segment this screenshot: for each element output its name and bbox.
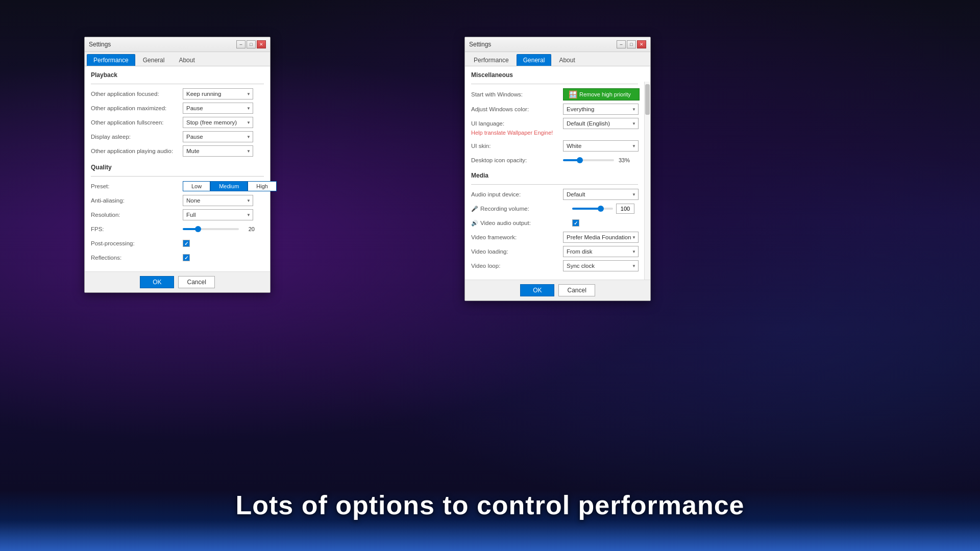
- label-resolution: Resolution:: [91, 212, 183, 218]
- dialog2-footer: OK Cancel: [465, 280, 650, 300]
- tab-about-1[interactable]: About: [172, 54, 201, 66]
- dropdown-app-audio-value: Mute: [186, 148, 250, 154]
- dropdown-ui-language-value: Default (English): [567, 120, 635, 127]
- label-ui-language: UI language:: [471, 120, 563, 127]
- opacity-slider-track[interactable]: [563, 159, 614, 161]
- dropdown-antialiasing-value: None: [186, 197, 250, 204]
- recording-slider-container: [572, 204, 638, 214]
- dialog2-inner: Miscellaneous Start with Windows: 🪟 Remo…: [465, 66, 650, 280]
- preset-low[interactable]: Low: [183, 181, 210, 191]
- tab-about-2[interactable]: About: [552, 54, 581, 66]
- label-video-audio-output: Video audio output:: [480, 220, 572, 226]
- remove-high-priority-label: Remove high priority: [579, 91, 631, 97]
- dropdown-app-fullscreen[interactable]: Stop (free memory) ▼: [183, 117, 253, 128]
- minimize-button-1[interactable]: –: [236, 40, 246, 48]
- dialog2-title: Settings: [469, 41, 491, 48]
- dialog2-cancel-button[interactable]: Cancel: [558, 284, 595, 296]
- row-ui-language: UI language: Default (English) ▼ Help tr…: [471, 118, 638, 136]
- label-app-fullscreen: Other application fullscreen:: [91, 119, 183, 126]
- dropdown-audio-input-value: Default: [567, 191, 635, 197]
- label-app-focused: Other application focused:: [91, 91, 183, 97]
- dropdown-ui-language-arrow: ▼: [632, 121, 636, 126]
- label-fps: FPS:: [91, 226, 183, 232]
- opacity-slider-thumb[interactable]: [577, 157, 583, 163]
- row-post-processing: Post-processing:: [91, 238, 264, 249]
- preset-medium[interactable]: Medium: [210, 181, 248, 191]
- recording-slider-track[interactable]: [572, 208, 613, 210]
- tabs-2: Performance General About: [465, 52, 650, 66]
- recording-slider-fill: [572, 208, 601, 210]
- tab-performance-2[interactable]: Performance: [467, 54, 516, 66]
- tabs-1: Performance General About: [85, 52, 270, 66]
- tab-general-1[interactable]: General: [136, 54, 172, 66]
- dropdown-ui-skin[interactable]: White ▼: [563, 140, 639, 152]
- dropdown-audio-input[interactable]: Default ▼: [563, 189, 639, 200]
- tab-performance-1[interactable]: Performance: [87, 54, 135, 66]
- label-audio-input: Audio input device:: [471, 191, 563, 197]
- label-video-loading: Video loading:: [471, 248, 563, 255]
- close-button-1[interactable]: ✕: [257, 40, 266, 48]
- row-desktop-opacity: Desktop icon opacity: 33%: [471, 155, 638, 166]
- dropdown-resolution[interactable]: Full ▼: [183, 209, 253, 220]
- label-app-audio: Other application playing audio:: [91, 148, 183, 154]
- dialog2-ok-button[interactable]: OK: [520, 284, 554, 296]
- dropdown-ui-skin-value: White: [567, 143, 635, 149]
- dropdown-display-asleep[interactable]: Pause ▼: [183, 131, 253, 142]
- dialog1-title: Settings: [89, 41, 111, 48]
- fps-slider-value: 20: [242, 226, 255, 232]
- dropdown-app-maximized[interactable]: Pause ▼: [183, 103, 253, 114]
- recording-volume-input[interactable]: [616, 204, 634, 214]
- checkbox-post-processing[interactable]: [183, 240, 190, 247]
- maximize-button-1[interactable]: □: [247, 40, 256, 48]
- dropdown-antialiasing[interactable]: None ▼: [183, 195, 253, 206]
- tab-general-2[interactable]: General: [517, 54, 552, 66]
- quality-section-header: Quality: [91, 164, 264, 172]
- dropdown-video-framework-arrow: ▼: [632, 235, 636, 240]
- dialog1-ok-button[interactable]: OK: [140, 276, 174, 288]
- dialog2-content: Miscellaneous Start with Windows: 🪟 Remo…: [465, 66, 650, 280]
- scrollbar-2[interactable]: [644, 82, 650, 280]
- translate-wallpaper-link[interactable]: Help translate Wallpaper Engine!: [471, 130, 553, 136]
- remove-high-priority-button[interactable]: 🪟 Remove high priority: [563, 88, 640, 101]
- dropdown-app-audio[interactable]: Mute ▼: [183, 145, 253, 157]
- row-recording-volume: 🎤 Recording volume:: [471, 203, 638, 214]
- dialog-settings-general: Settings – □ ✕ Performance General About…: [464, 37, 651, 301]
- dropdown-video-loading-arrow: ▼: [632, 249, 636, 254]
- dropdown-app-focused[interactable]: Keep running ▼: [183, 88, 253, 99]
- scroll-thumb-2[interactable]: [645, 84, 650, 115]
- dropdown-video-loading[interactable]: From disk ▼: [563, 246, 639, 257]
- row-video-audio-output: 🔊 Video audio output:: [471, 217, 638, 229]
- label-reflections: Reflections:: [91, 255, 183, 261]
- fps-slider-track[interactable]: [183, 228, 239, 230]
- recording-slider-thumb[interactable]: [598, 206, 604, 212]
- dropdown-video-loop[interactable]: Sync clock ▼: [563, 260, 639, 271]
- dialog1-content: Playback Other application focused: Keep…: [85, 66, 270, 271]
- minimize-button-2[interactable]: –: [617, 40, 626, 48]
- dropdown-app-focused-value: Keep running: [186, 91, 250, 97]
- label-display-asleep: Display asleep:: [91, 134, 183, 140]
- dialog1-cancel-button[interactable]: Cancel: [178, 276, 214, 288]
- label-video-loop: Video loop:: [471, 263, 563, 269]
- checkbox-reflections[interactable]: [183, 254, 190, 261]
- row-start-windows: Start with Windows: 🪟 Remove high priori…: [471, 88, 638, 101]
- fps-slider-container: 20: [183, 226, 264, 232]
- preset-buttons: Low Medium High: [183, 181, 277, 191]
- fps-slider-thumb[interactable]: [195, 226, 201, 232]
- dropdown-ui-language[interactable]: Default (English) ▼: [563, 118, 639, 129]
- row-app-focused: Other application focused: Keep running …: [91, 88, 264, 99]
- playback-section-header: Playback: [91, 71, 264, 80]
- dropdown-app-maximized-arrow: ▼: [247, 106, 251, 111]
- label-recording-volume: Recording volume:: [480, 206, 572, 212]
- close-button-2[interactable]: ✕: [637, 40, 646, 48]
- dropdown-video-framework[interactable]: Prefer Media Foundation ▼: [563, 232, 639, 243]
- dropdown-antialiasing-arrow: ▼: [247, 198, 251, 203]
- preset-high[interactable]: High: [248, 181, 277, 191]
- row-fps: FPS: 20: [91, 223, 264, 235]
- checkbox-video-audio[interactable]: [572, 219, 579, 227]
- titlebar-buttons-1: – □ ✕: [236, 40, 266, 48]
- dropdown-adjust-color[interactable]: Everything ▼: [563, 104, 639, 115]
- dropdown-ui-skin-arrow: ▼: [632, 144, 636, 148]
- dropdown-display-asleep-value: Pause: [186, 134, 250, 140]
- maximize-button-2[interactable]: □: [627, 40, 636, 48]
- row-adjust-color: Adjust Windows color: Everything ▼: [471, 104, 638, 115]
